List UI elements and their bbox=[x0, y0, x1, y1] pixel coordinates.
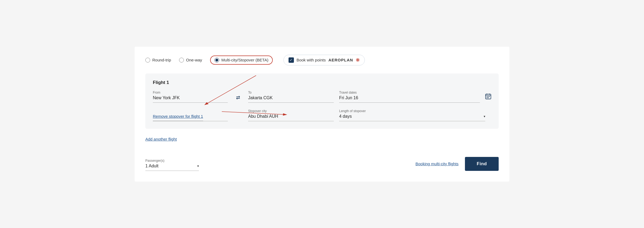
book-with-points-toggle[interactable]: ✓ Book with points AEROPLAN ❋ bbox=[283, 55, 365, 65]
flight1-fields-row: From New York JFK ⇄ To Jakarta CGK Trave… bbox=[153, 91, 491, 103]
round-trip-label: Round-trip bbox=[152, 58, 171, 62]
passengers-label: Passenger(s) bbox=[145, 159, 199, 163]
to-field[interactable]: To Jakarta CGK bbox=[248, 91, 334, 103]
from-value: New York JFK bbox=[153, 95, 228, 100]
passengers-dropdown-arrow[interactable]: ▾ bbox=[197, 164, 199, 168]
stopover-row: Remove stopover for flight 1 Stopover ci… bbox=[153, 109, 491, 121]
from-label: From bbox=[153, 91, 228, 94]
find-button[interactable]: Find bbox=[465, 157, 499, 171]
flight1-title: Flight 1 bbox=[153, 80, 491, 85]
svg-rect-8 bbox=[487, 96, 487, 97]
add-flight-container: Add another flight bbox=[145, 134, 499, 149]
book-with-points-label: Book with points bbox=[297, 58, 326, 62]
maple-leaf-icon: ❋ bbox=[356, 57, 360, 63]
book-points-checkbox[interactable]: ✓ bbox=[289, 57, 294, 63]
calendar-icon-wrapper[interactable] bbox=[485, 93, 491, 103]
to-label: To bbox=[248, 91, 334, 94]
one-way-option[interactable]: One-way bbox=[179, 58, 202, 62]
from-field[interactable]: From New York JFK bbox=[153, 91, 228, 103]
length-dropdown-arrow[interactable]: ▾ bbox=[484, 115, 485, 118]
stopover-city-label: Stopover city bbox=[248, 109, 334, 113]
booking-multi-city-link[interactable]: Booking multi-city flights bbox=[415, 161, 459, 166]
passengers-value-row: 1 Adult ▾ bbox=[145, 164, 199, 168]
round-trip-option[interactable]: Round-trip bbox=[145, 58, 171, 62]
one-way-label: One-way bbox=[186, 58, 202, 62]
stopover-city-field[interactable]: Stopover city Abu Dhabi AUH bbox=[248, 109, 334, 121]
travel-dates-field[interactable]: Travel dates Fri Jun 16 bbox=[339, 91, 480, 103]
flight1-card: Flight 1 From New York JFK ⇄ To Jakarta … bbox=[145, 73, 499, 129]
length-of-stopover-field[interactable]: Length of stopover 4 days ▾ bbox=[339, 109, 485, 121]
aeroplan-brand-label: AEROPLAN bbox=[328, 58, 353, 62]
stopover-city-value: Abu Dhabi AUH bbox=[248, 114, 334, 119]
remove-stopover-link[interactable]: Remove stopover for flight 1 bbox=[153, 114, 203, 121]
main-container: Round-trip One-way Multi-city/Stopover (… bbox=[135, 47, 509, 182]
round-trip-radio[interactable] bbox=[145, 58, 150, 62]
add-another-flight-link[interactable]: Add another flight bbox=[145, 137, 177, 141]
travel-dates-value: Fri Jun 16 bbox=[339, 95, 480, 100]
travel-dates-label: Travel dates bbox=[339, 91, 480, 94]
swap-icon-wrapper[interactable]: ⇄ bbox=[233, 95, 243, 103]
passengers-value: 1 Adult bbox=[145, 164, 158, 168]
multi-city-option[interactable]: Multi-city/Stopover (BETA) bbox=[210, 56, 273, 65]
multi-city-radio[interactable] bbox=[214, 58, 219, 62]
to-value: Jakarta CGK bbox=[248, 95, 334, 100]
multi-city-label: Multi-city/Stopover (BETA) bbox=[221, 58, 268, 62]
calendar-icon bbox=[485, 93, 491, 101]
svg-rect-11 bbox=[487, 97, 487, 98]
length-of-stopover-value: 4 days bbox=[339, 114, 485, 119]
bottom-row: Passenger(s) 1 Adult ▾ Booking multi-cit… bbox=[145, 157, 499, 171]
passengers-field[interactable]: Passenger(s) 1 Adult ▾ bbox=[145, 159, 199, 171]
swap-icon: ⇄ bbox=[236, 95, 240, 101]
svg-rect-9 bbox=[488, 96, 489, 97]
trip-type-row: Round-trip One-way Multi-city/Stopover (… bbox=[145, 55, 499, 65]
svg-rect-10 bbox=[489, 96, 490, 97]
length-of-stopover-label: Length of stopover bbox=[339, 109, 485, 113]
one-way-radio[interactable] bbox=[179, 58, 184, 62]
svg-rect-12 bbox=[488, 97, 489, 98]
bottom-right-actions: Booking multi-city flights Find bbox=[415, 157, 499, 171]
